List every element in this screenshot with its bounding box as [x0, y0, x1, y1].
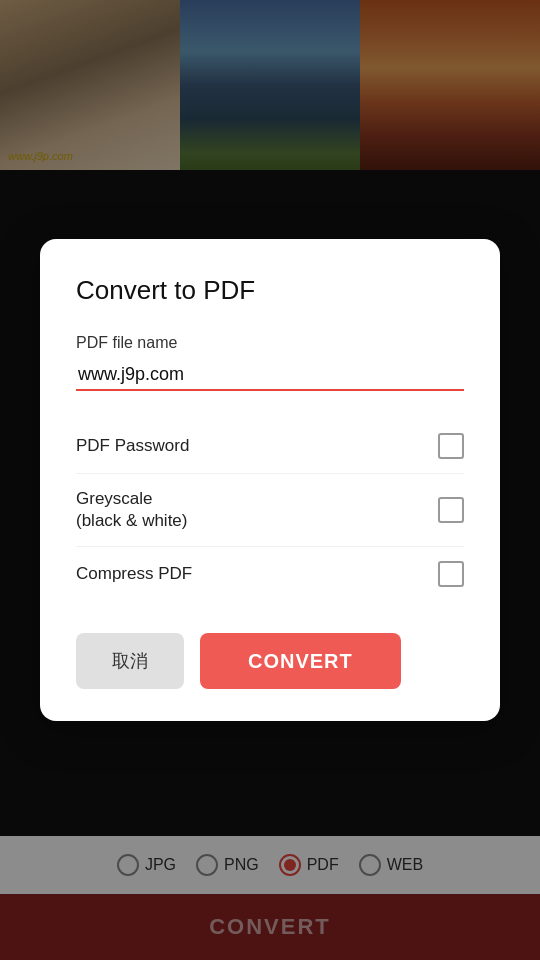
convert-button[interactable]: CONVERT: [200, 633, 401, 689]
options-section: PDF Password Greyscale (black & white) C…: [76, 419, 464, 601]
checkbox-compress[interactable]: [438, 561, 464, 587]
modal-overlay: Convert to PDF PDF file name PDF Passwor…: [0, 0, 540, 960]
checkbox-greyscale[interactable]: [438, 497, 464, 523]
pdf-filename-input[interactable]: [76, 360, 464, 391]
pdf-filename-section: PDF file name: [76, 334, 464, 391]
pdf-filename-label: PDF file name: [76, 334, 464, 352]
cancel-button[interactable]: 取消: [76, 633, 184, 689]
option-row-compress: Compress PDF: [76, 547, 464, 601]
option-label-greyscale: Greyscale (black & white): [76, 488, 187, 532]
dialog-buttons: 取消 CONVERT: [76, 633, 464, 689]
modal-title: Convert to PDF: [76, 275, 464, 306]
option-label-compress: Compress PDF: [76, 563, 192, 585]
option-row-password: PDF Password: [76, 419, 464, 474]
option-row-greyscale: Greyscale (black & white): [76, 474, 464, 547]
checkbox-password[interactable]: [438, 433, 464, 459]
option-label-password: PDF Password: [76, 435, 189, 457]
modal-dialog: Convert to PDF PDF file name PDF Passwor…: [40, 239, 500, 721]
